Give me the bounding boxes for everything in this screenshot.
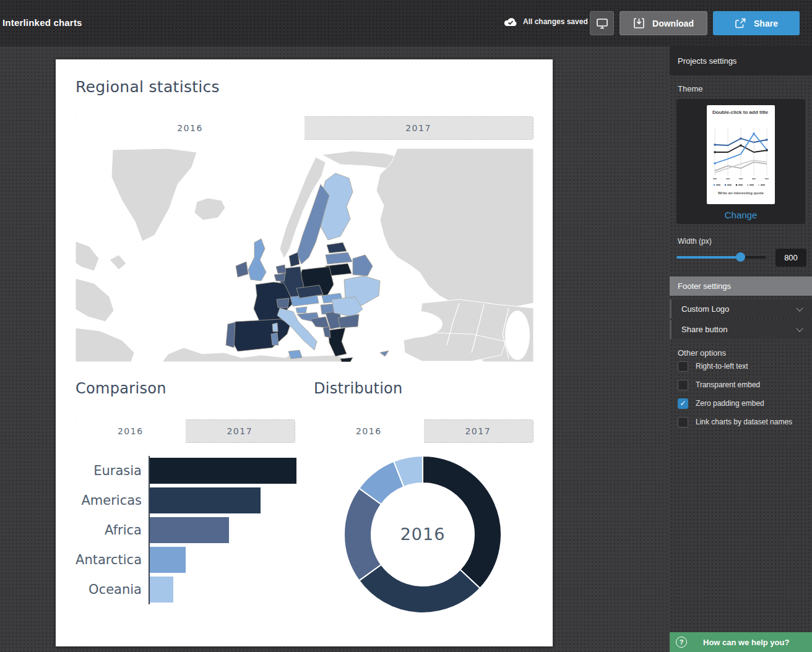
distribution-tabbar: 2016 2017 [314,419,533,443]
width-slider-fill [676,256,740,259]
download-button[interactable]: Download [620,11,707,35]
theme-panel: Double-click to add title [676,99,805,224]
land-canada-3 [76,328,134,362]
change-theme-link[interactable]: Change [676,210,805,220]
settings-sidebar: Projects settings Theme Double-click to … [670,46,812,652]
share-button-row[interactable]: Share button [670,320,812,339]
land-russia [376,148,533,308]
land-north-africa [162,348,354,362]
bar [150,458,296,484]
bar-chart-rows: EurasiaAmericasAfricaAntarcticaOceania [76,456,317,604]
map-tab-2016[interactable]: 2016 [76,116,304,140]
footer-settings-header: Footer settings [670,277,812,296]
comparison-tab-2017[interactable]: 2017 [185,420,295,442]
checkbox-rtl[interactable]: ✓ [678,361,688,372]
app-root: Interlinked charts All changes saved Dow… [0,0,812,652]
option-link-charts[interactable]: ✓ Link charts by dataset names [678,416,808,428]
download-icon [633,17,645,29]
help-label: How can we help you? [703,638,789,647]
comparison-tab-2016[interactable]: 2016 [76,419,186,443]
share-label: Share [754,19,778,28]
monitor-icon [596,18,608,29]
bar-category-label: Africa [76,523,149,538]
bar-row: Eurasia [76,456,317,486]
width-slider[interactable] [676,256,766,259]
bar-row: Antarctica [76,545,317,575]
bar-chart[interactable]: EurasiaAmericasAfricaAntarcticaOceania [76,456,317,604]
bar-category-label: Oceania [76,582,149,597]
map-tabbar: 2016 2017 [76,116,533,140]
share-icon [735,17,746,29]
other-options-label: Other options [678,348,726,358]
bar-row: Africa [76,515,317,545]
donut-slice [423,456,501,588]
land-iceland [194,198,225,220]
question-icon: ? [676,637,687,648]
distribution-title[interactable]: Distribution [314,380,403,397]
save-status-text: All changes saved [523,17,588,26]
download-label: Download [652,19,694,28]
bar [150,487,261,513]
bar-row: Americas [76,486,317,515]
option-zero-padding[interactable]: ✓ Zero padding embed [678,397,808,410]
checkbox-link-charts[interactable]: ✓ [678,417,688,427]
sidebar-header: Projects settings [670,46,812,75]
cloud-check-icon [504,17,517,27]
bar-category-label: Eurasia [76,463,149,478]
share-button-row-label: Share button [681,325,727,334]
comparison-title[interactable]: Comparison [76,380,166,397]
land-greenland [111,148,197,241]
bar [150,547,186,573]
topbar: Interlinked charts All changes saved Dow… [0,0,812,46]
bar-row: Oceania [76,575,317,604]
option-transparent-embed[interactable]: ✓ Transparent embed [678,379,808,391]
bar [150,517,229,543]
bar [150,577,173,603]
bar-category-label: Americas [76,493,149,508]
document-canvas[interactable]: Regional statistics 2016 2017 [56,59,553,646]
custom-logo-label: Custom Logo [681,304,729,314]
help-widget[interactable]: ? How can we help you? [670,632,812,652]
distribution-tab-2017[interactable]: 2017 [423,420,533,442]
project-title: Interlinked charts [2,17,82,28]
page-title[interactable]: Regional statistics [76,78,220,96]
europe-map-svg [76,148,533,362]
save-status: All changes saved [504,17,588,27]
theme-label: Theme [678,84,702,93]
comparison-tabbar: 2016 2017 [76,419,295,443]
donut-slice [359,565,480,613]
donut-center-label: 2016 [314,525,532,544]
theme-thumbnail[interactable]: Double-click to add title [707,105,775,204]
checkbox-zero-padding[interactable]: ✓ [678,398,688,409]
donut-chart[interactable]: 2016 [314,448,533,624]
width-label: Width (px) [678,237,712,246]
choropleth-map[interactable] [76,148,533,362]
width-value-input[interactable]: 800 [775,249,806,267]
theme-thumb-chart: Write an interesting quote [707,125,775,202]
land-canada-1 [76,241,99,271]
chevron-down-icon [796,325,803,332]
distribution-tab-2016[interactable]: 2016 [314,419,424,443]
theme-thumb-quote: Write an interesting quote [718,191,764,195]
map-tab-2017[interactable]: 2017 [304,117,533,139]
land-island [110,255,126,270]
preview-button[interactable] [590,11,614,35]
checkbox-transparent-embed[interactable]: ✓ [678,380,688,390]
width-slider-handle[interactable] [736,252,745,262]
option-rtl[interactable]: ✓ Right-to-left text [678,360,808,372]
chevron-down-icon [796,304,803,311]
bar-category-label: Antarctica [76,552,149,567]
custom-logo-row[interactable]: Custom Logo [670,299,812,319]
land-canada-2 [76,278,114,322]
share-button[interactable]: Share [713,11,800,35]
theme-thumb-title: Double-click to add title [712,109,769,115]
